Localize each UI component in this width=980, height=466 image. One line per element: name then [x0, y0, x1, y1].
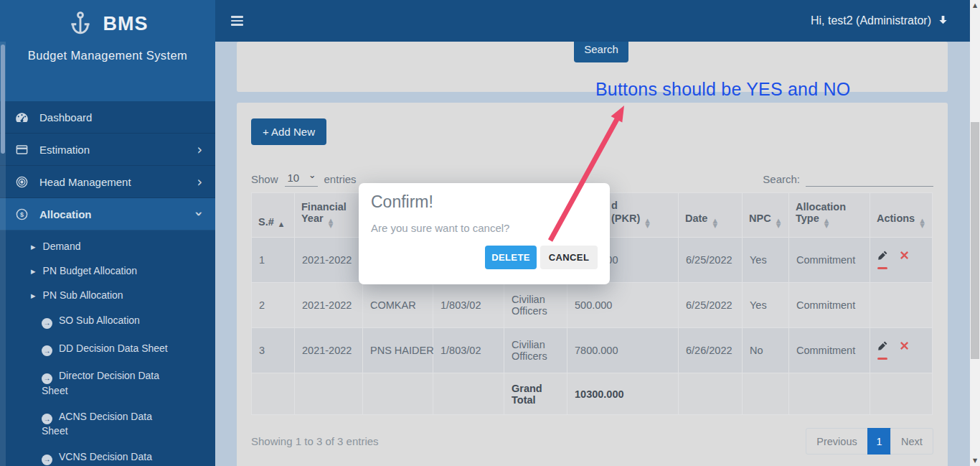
submenu-item-demand[interactable]: ▶Demand [0, 234, 215, 258]
remove-icon[interactable] [877, 267, 887, 270]
sidebar-item-label: Dashboard [39, 111, 92, 124]
table-cell: Civilian Officers [504, 283, 567, 328]
entries-label: entries [324, 173, 357, 185]
caret-right-icon: ▶ [31, 243, 36, 251]
sidebar-item-allocation[interactable]: $ Allocation › [0, 198, 215, 230]
column-header-actions[interactable]: Actions▲▼ [870, 193, 933, 238]
table-cell: No [743, 328, 789, 373]
caret-right-icon: ▶ [31, 268, 36, 275]
column-header-sn[interactable]: S.#▲ [252, 193, 295, 238]
cancel-button[interactable]: CANCEL [540, 246, 598, 269]
sort-icon: ▲▼ [824, 218, 829, 228]
table-cell: 6/25/2022 [679, 238, 743, 283]
arrow-circle-right-icon: → [42, 345, 52, 356]
grand-total-label: Grand Total [504, 373, 567, 415]
grand-total-value: 10300.000 [567, 373, 679, 415]
scrollbar-thumb[interactable] [971, 122, 979, 359]
submenu-item-director-decision-data-sheet[interactable]: →Director Decision Data Sheet [0, 363, 215, 404]
sidebar-header: BMS Budget Management System [0, 0, 215, 101]
sort-icon: ▲▼ [645, 218, 650, 228]
submenu-item-pn-budget-allocation[interactable]: ▶PN Budget Allocation [0, 258, 215, 283]
table-cell: 3 [252, 328, 295, 373]
column-header-date[interactable]: Date▲▼ [679, 193, 743, 238]
delete-icon[interactable] [900, 342, 912, 350]
user-greeting: Hi, test2 (Administrator) [811, 14, 931, 27]
app-title: Budget Management System [0, 49, 215, 62]
svg-text:$: $ [20, 210, 24, 218]
table-search-input[interactable] [806, 171, 933, 187]
previous-page-button[interactable]: Previous [806, 428, 868, 455]
arrow-circle-right-icon: → [42, 318, 52, 329]
scroll-down-icon[interactable]: ▼ [970, 457, 980, 464]
sidebar-item-head-management[interactable]: Head Management › [0, 166, 215, 198]
add-new-button[interactable]: + Add New [251, 118, 326, 145]
table-cell: 2021-2022 [295, 328, 363, 373]
sidebar: BMS Budget Management System Dashboard [0, 0, 215, 466]
submenu-item-label: ACNS Decision Data Sheet [42, 411, 152, 437]
annotation-text: Buttons should be YES and NO [595, 79, 850, 100]
table-cell: Commitment [789, 238, 870, 283]
page-scrollbar[interactable]: ▲ ▼ [970, 0, 980, 466]
remove-icon[interactable] [877, 358, 887, 360]
chevron-down-icon: › [196, 211, 203, 217]
bullseye-icon [15, 175, 30, 189]
submenu-item-acns-decision-data-sheet[interactable]: →ACNS Decision Data Sheet [0, 404, 215, 444]
dialog-message: Are you sure want to cancel? [371, 222, 598, 234]
table-cell: Commitment [789, 328, 870, 373]
arrow-circle-right-icon: → [42, 414, 52, 424]
card-icon [15, 143, 30, 157]
edit-icon[interactable] [877, 341, 889, 351]
table-cell: 7800.000 [567, 328, 679, 373]
table-cell: 1 [252, 238, 295, 283]
table-row: 2 2021-2022 COMKAR 1/803/02 Civilian Off… [252, 283, 933, 328]
search-label: Search: [763, 173, 800, 185]
table-cell: 6/26/2022 [679, 328, 743, 373]
sidebar-item-label: Estimation [39, 144, 90, 156]
logo-text: BMS [103, 13, 149, 35]
submenu-item-vcns-decision-data-sheet[interactable]: →VCNS Decision Data Sheet [0, 444, 215, 466]
sort-icon: ▲▼ [712, 218, 717, 228]
table-cell: Yes [743, 283, 789, 328]
table-cell: 6/25/2022 [679, 283, 743, 328]
hamburger-menu-icon[interactable] [231, 14, 243, 28]
sort-icon: ▲▼ [776, 218, 781, 228]
logo[interactable]: BMS [0, 0, 215, 38]
table-cell: 2021-2022 [295, 283, 363, 328]
sidebar-scrollbar-thumb[interactable] [1, 45, 5, 154]
column-header-financial-year[interactable]: Financial Year▲▼ [295, 193, 363, 238]
allocation-submenu: ▶Demand ▶PN Budget Allocation ▶PN Sub Al… [0, 230, 215, 466]
arrow-circle-right-icon: → [42, 455, 52, 465]
page-size-select[interactable]: 10 [285, 172, 318, 187]
topbar: Hi, test2 (Administrator) [215, 0, 970, 42]
table-row: 3 2021-2022 PNS HAIDER 1/803/02 Civilian… [252, 328, 933, 373]
sort-icon: ▲▼ [329, 218, 334, 228]
submenu-item-pn-sub-allocation[interactable]: ▶PN Sub Allocation [0, 283, 215, 307]
submenu-item-label: DD Decision Data Sheet [59, 342, 168, 354]
search-button[interactable]: Search [574, 42, 628, 62]
submenu-item-label: VCNS Decision Data Sheet [42, 451, 152, 466]
entries-info: Showing 1 to 3 of 3 entries [251, 435, 379, 447]
confirm-dialog: Confirm! Are you sure want to cancel? DE… [359, 183, 610, 284]
dollar-circle-icon: $ [15, 208, 30, 221]
submenu-item-dd-decision-data-sheet[interactable]: →DD Decision Data Sheet [0, 335, 215, 363]
next-page-button[interactable]: Next [890, 428, 933, 455]
column-header-npc[interactable]: NPC▲▼ [743, 193, 789, 238]
table-cell: COMKAR [363, 283, 433, 328]
submenu-item-label: PN Sub Allocation [43, 289, 123, 301]
scroll-up-icon[interactable]: ▲ [970, 2, 980, 9]
arrow-down-icon [938, 14, 948, 28]
user-dropdown[interactable]: Hi, test2 (Administrator) [811, 14, 948, 28]
delete-button[interactable]: DELETE [485, 246, 537, 269]
table-footer: Showing 1 to 3 of 3 entries Previous 1 N… [251, 428, 933, 455]
caret-right-icon: ▶ [31, 292, 36, 299]
submenu-item-so-sub-allocation[interactable]: →SO Sub Allocation [0, 307, 215, 335]
table-cell: 2 [252, 283, 295, 328]
sidebar-item-label: Allocation [39, 208, 92, 220]
actions-cell [870, 238, 933, 283]
delete-icon[interactable] [900, 251, 912, 259]
sidebar-item-estimation[interactable]: Estimation › [0, 134, 215, 166]
sidebar-item-dashboard[interactable]: Dashboard [0, 101, 215, 134]
edit-icon[interactable] [877, 251, 889, 261]
page-1-button[interactable]: 1 [867, 428, 891, 455]
column-header-allocation-type[interactable]: Allocation Type▲▼ [789, 193, 870, 238]
